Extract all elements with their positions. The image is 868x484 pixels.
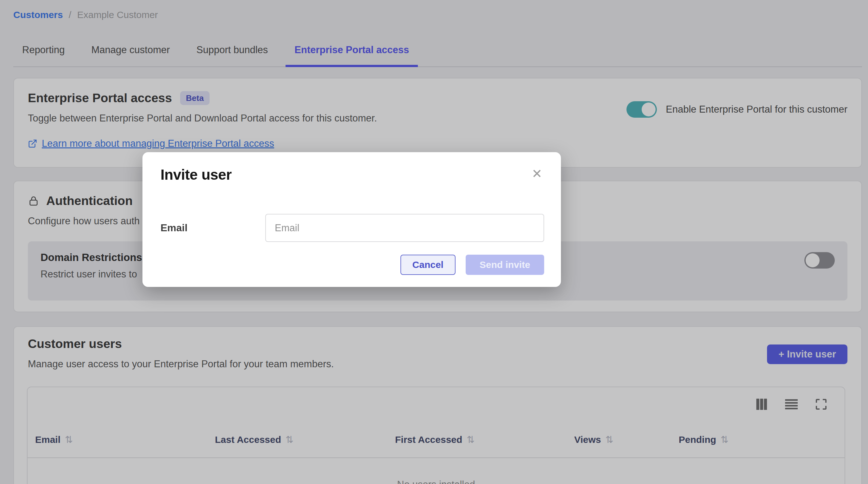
send-invite-button[interactable]: Send invite [466, 255, 544, 275]
close-icon[interactable]: ✕ [530, 166, 544, 181]
email-label: Email [160, 222, 265, 234]
cancel-button[interactable]: Cancel [400, 255, 456, 275]
modal-title: Invite user [160, 166, 232, 183]
invite-user-modal: Invite user ✕ Email Cancel Send invite [143, 152, 561, 287]
email-field[interactable] [265, 214, 544, 242]
